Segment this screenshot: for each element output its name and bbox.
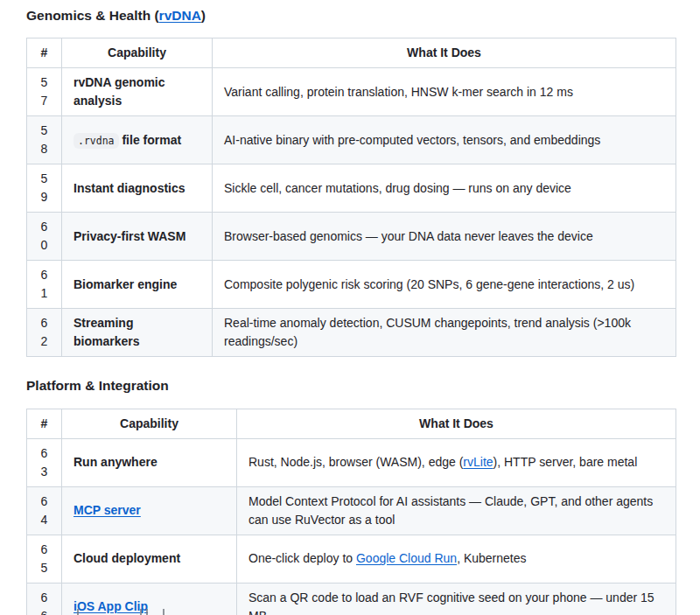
text-segment: AI-native binary with pre-computed vecto… <box>224 133 600 147</box>
row-number-cell: 64 <box>27 486 62 535</box>
row-number-cell: 58 <box>27 116 62 164</box>
table-header-row: # Capability What It Does <box>27 409 676 438</box>
text-segment: Variant calling, protein translation, HN… <box>224 85 573 99</box>
section-heading-genomics-health: Genomics & Health (rvDNA) <box>26 7 676 24</box>
clipped-next-section-heading <box>0 607 700 615</box>
text-segment: Sickle cell, cancer mutations, drug dosi… <box>224 181 571 195</box>
text-segment: ), HTTP server, bare metal <box>494 455 638 469</box>
capability-cell: .rvdna file format <box>62 116 213 164</box>
rvdna-heading-link[interactable]: rvDNA <box>159 8 201 23</box>
row-number-cell: 62 <box>27 309 62 357</box>
row-number-cell: 60 <box>27 213 62 261</box>
capability-cell: rvDNA genomic analysis <box>62 68 213 116</box>
text-segment: Rust, Node.js, browser (WASM), edge ( <box>248 455 463 469</box>
text-segment: rvDNA genomic analysis <box>74 75 165 108</box>
row-number-cell: 61 <box>27 261 62 309</box>
mcp-server-link[interactable]: MCP server <box>74 503 141 517</box>
row-number-cell: 59 <box>27 164 62 213</box>
text-segment: file format <box>119 133 182 147</box>
text-segment: Composite polygenic risk scoring (20 SNP… <box>224 277 634 291</box>
table-row: 62Streaming biomarkersReal-time anomaly … <box>27 309 676 357</box>
section-heading-platform-integration: Platform & Integration <box>26 377 676 394</box>
capability-cell: Instant diagnostics <box>62 164 213 213</box>
table-row: 65Cloud deploymentOne-click deploy to Go… <box>27 535 676 583</box>
capability-cell: Privacy-first WASM <box>62 213 213 261</box>
what-it-does-cell: Composite polygenic risk scoring (20 SNP… <box>213 261 676 309</box>
text-segment: Run anywhere <box>74 455 158 469</box>
column-header-what-it-does: What It Does <box>213 38 676 68</box>
table-row: 60Privacy-first WASMBrowser-based genomi… <box>27 213 676 261</box>
text-segment: Streaming biomarkers <box>74 316 139 348</box>
table-header-row: # Capability What It Does <box>27 38 676 68</box>
what-it-does-cell: Variant calling, protein translation, HN… <box>213 68 676 116</box>
column-header-number: # <box>27 38 62 68</box>
text-segment: Cloud deployment <box>74 551 180 565</box>
text-segment: One-click deploy to <box>248 551 356 565</box>
column-header-capability: Capability <box>62 409 237 438</box>
capability-cell: Streaming biomarkers <box>62 309 213 357</box>
text-segment: Biomarker engine <box>74 277 177 291</box>
what-it-does-cell: Real-time anomaly detection, CUSUM chang… <box>213 309 676 357</box>
code-chip: .rvdna <box>74 133 119 149</box>
capability-cell: Run anywhere <box>62 438 237 486</box>
platform-integration-table: # Capability What It Does 63Run anywhere… <box>26 409 676 615</box>
text-segment: , Kubernetes <box>457 551 526 565</box>
what-it-does-cell: Sickle cell, cancer mutations, drug dosi… <box>213 164 676 213</box>
what-it-does-cell: One-click deploy to Google Cloud Run, Ku… <box>237 535 676 583</box>
heading-text-suffix: ) <box>201 8 206 23</box>
table-row: 61Biomarker engineComposite polygenic ri… <box>27 261 676 309</box>
genomics-health-table: # Capability What It Does 57rvDNA genomi… <box>26 38 676 357</box>
column-header-capability: Capability <box>62 38 213 68</box>
capability-cell: MCP server <box>62 486 237 535</box>
table-row: 64MCP serverModel Context Protocol for A… <box>27 486 676 535</box>
table-row: 58.rvdna file formatAI-native binary wit… <box>27 116 676 164</box>
what-it-does-cell: Model Context Protocol for AI assistants… <box>237 486 676 535</box>
what-it-does-cell: Rust, Node.js, browser (WASM), edge (rvL… <box>237 438 676 486</box>
what-it-does-cell: Browser-based genomics — your DNA data n… <box>213 213 676 261</box>
text-segment: Browser-based genomics — your DNA data n… <box>224 229 593 243</box>
text-segment: Instant diagnostics <box>74 181 186 195</box>
row-number-cell: 65 <box>27 535 62 583</box>
heading-text-prefix: Genomics & Health ( <box>26 8 159 23</box>
row-number-cell: 57 <box>27 68 62 116</box>
table-row: 63Run anywhereRust, Node.js, browser (WA… <box>27 438 676 486</box>
google-cloud-run-link[interactable]: Google Cloud Run <box>356 551 457 565</box>
what-it-does-cell: AI-native binary with pre-computed vecto… <box>213 116 676 164</box>
text-segment: Model Context Protocol for AI assistants… <box>248 494 653 527</box>
readme-document: Genomics & Health (rvDNA) # Capability W… <box>0 0 700 615</box>
capability-cell: Biomarker engine <box>62 261 213 309</box>
rvlite-link[interactable]: rvLite <box>463 455 493 469</box>
column-header-number: # <box>27 409 62 438</box>
row-number-cell: 63 <box>27 438 62 486</box>
column-header-what-it-does: What It Does <box>237 409 676 438</box>
capability-cell: Cloud deployment <box>62 535 237 583</box>
table-row: 59Instant diagnosticsSickle cell, cancer… <box>27 164 676 213</box>
text-segment: Privacy-first WASM <box>74 229 186 243</box>
table-row: 57rvDNA genomic analysisVariant calling,… <box>27 68 676 116</box>
text-segment: Real-time anomaly detection, CUSUM chang… <box>224 316 631 348</box>
